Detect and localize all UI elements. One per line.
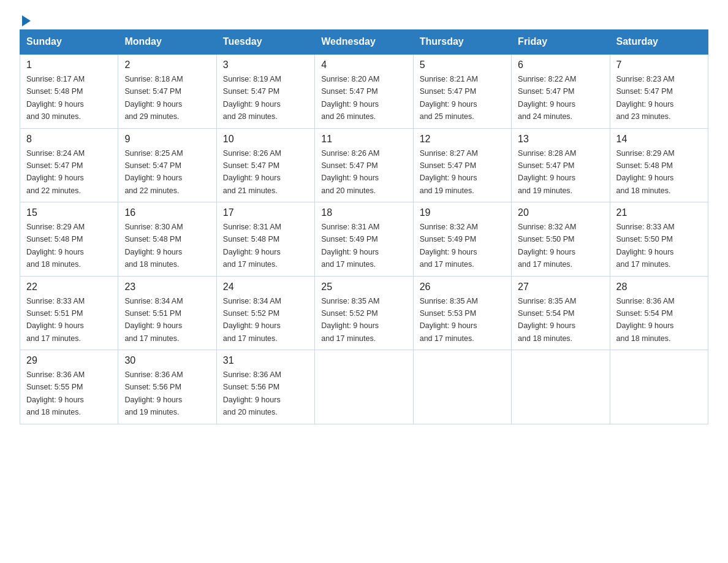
calendar-cell: 23 Sunrise: 8:34 AMSunset: 5:51 PMDaylig… — [118, 276, 216, 350]
day-info: Sunrise: 8:32 AMSunset: 5:50 PMDaylight:… — [518, 223, 576, 269]
day-number: 24 — [223, 282, 308, 293]
day-info: Sunrise: 8:29 AMSunset: 5:48 PMDaylight:… — [616, 149, 675, 195]
day-info: Sunrise: 8:36 AMSunset: 5:55 PMDaylight:… — [26, 370, 85, 416]
calendar-cell: 10 Sunrise: 8:26 AMSunset: 5:47 PMDaylig… — [216, 128, 314, 202]
day-number: 12 — [420, 134, 505, 145]
calendar-cell: 22 Sunrise: 8:33 AMSunset: 5:51 PMDaylig… — [20, 276, 118, 350]
calendar-cell: 12 Sunrise: 8:27 AMSunset: 5:47 PMDaylig… — [413, 128, 511, 202]
day-info: Sunrise: 8:25 AMSunset: 5:47 PMDaylight:… — [124, 149, 183, 195]
day-number: 14 — [616, 134, 702, 145]
day-number: 28 — [616, 282, 702, 293]
day-info: Sunrise: 8:18 AMSunset: 5:47 PMDaylight:… — [124, 75, 183, 121]
day-number: 18 — [321, 207, 406, 218]
calendar-cell: 14 Sunrise: 8:29 AMSunset: 5:48 PMDaylig… — [610, 128, 708, 202]
calendar-cell: 18 Sunrise: 8:31 AMSunset: 5:49 PMDaylig… — [315, 202, 413, 277]
calendar-cell: 2 Sunrise: 8:18 AMSunset: 5:47 PMDayligh… — [118, 54, 216, 128]
calendar-cell: 9 Sunrise: 8:25 AMSunset: 5:47 PMDayligh… — [118, 128, 216, 202]
day-number: 13 — [518, 134, 603, 145]
calendar-cell: 26 Sunrise: 8:35 AMSunset: 5:53 PMDaylig… — [413, 276, 511, 350]
logo-triangle-icon — [22, 15, 31, 26]
day-info: Sunrise: 8:19 AMSunset: 5:47 PMDaylight:… — [223, 75, 281, 121]
day-number: 6 — [518, 59, 603, 71]
calendar-cell — [413, 350, 511, 424]
calendar-cell: 24 Sunrise: 8:34 AMSunset: 5:52 PMDaylig… — [216, 276, 314, 350]
calendar-week-row: 15 Sunrise: 8:29 AMSunset: 5:48 PMDaylig… — [20, 202, 708, 277]
day-number: 4 — [321, 59, 406, 71]
day-info: Sunrise: 8:35 AMSunset: 5:54 PMDaylight:… — [518, 297, 576, 343]
calendar-week-row: 1 Sunrise: 8:17 AMSunset: 5:48 PMDayligh… — [20, 54, 708, 128]
weekday-header-monday: Monday — [118, 30, 216, 55]
day-info: Sunrise: 8:21 AMSunset: 5:47 PMDaylight:… — [420, 75, 478, 121]
calendar-cell: 7 Sunrise: 8:23 AMSunset: 5:47 PMDayligh… — [610, 54, 708, 128]
day-number: 22 — [26, 282, 112, 293]
calendar-cell: 17 Sunrise: 8:31 AMSunset: 5:48 PMDaylig… — [216, 202, 314, 277]
weekday-header-friday: Friday — [512, 30, 610, 55]
day-info: Sunrise: 8:32 AMSunset: 5:49 PMDaylight:… — [420, 223, 478, 269]
weekday-header-thursday: Thursday — [413, 30, 511, 55]
day-info: Sunrise: 8:35 AMSunset: 5:52 PMDaylight:… — [321, 297, 379, 343]
day-info: Sunrise: 8:36 AMSunset: 5:56 PMDaylight:… — [124, 370, 183, 416]
calendar-table: SundayMondayTuesdayWednesdayThursdayFrid… — [20, 29, 708, 424]
calendar-cell: 15 Sunrise: 8:29 AMSunset: 5:48 PMDaylig… — [20, 202, 118, 277]
day-info: Sunrise: 8:36 AMSunset: 5:54 PMDaylight:… — [616, 297, 675, 343]
day-number: 26 — [420, 282, 505, 293]
day-number: 21 — [616, 207, 702, 218]
calendar-cell — [610, 350, 708, 424]
calendar-week-row: 22 Sunrise: 8:33 AMSunset: 5:51 PMDaylig… — [20, 276, 708, 350]
calendar-cell: 8 Sunrise: 8:24 AMSunset: 5:47 PMDayligh… — [20, 128, 118, 202]
day-number: 15 — [26, 207, 112, 218]
day-number: 29 — [26, 355, 112, 366]
day-number: 30 — [124, 355, 210, 366]
day-info: Sunrise: 8:17 AMSunset: 5:48 PMDaylight:… — [26, 75, 85, 121]
weekday-header-tuesday: Tuesday — [216, 30, 314, 55]
day-info: Sunrise: 8:31 AMSunset: 5:48 PMDaylight:… — [223, 223, 281, 269]
calendar-cell: 11 Sunrise: 8:26 AMSunset: 5:47 PMDaylig… — [315, 128, 413, 202]
calendar-cell: 28 Sunrise: 8:36 AMSunset: 5:54 PMDaylig… — [610, 276, 708, 350]
page-header — [20, 15, 708, 23]
day-number: 9 — [124, 134, 210, 145]
day-number: 10 — [223, 134, 308, 145]
day-info: Sunrise: 8:31 AMSunset: 5:49 PMDaylight:… — [321, 223, 379, 269]
weekday-header-row: SundayMondayTuesdayWednesdayThursdayFrid… — [20, 30, 708, 55]
day-info: Sunrise: 8:34 AMSunset: 5:52 PMDaylight:… — [223, 297, 281, 343]
calendar-cell: 29 Sunrise: 8:36 AMSunset: 5:55 PMDaylig… — [20, 350, 118, 424]
calendar-cell: 5 Sunrise: 8:21 AMSunset: 5:47 PMDayligh… — [413, 54, 511, 128]
day-number: 19 — [420, 207, 505, 218]
day-number: 20 — [518, 207, 603, 218]
day-info: Sunrise: 8:28 AMSunset: 5:47 PMDaylight:… — [518, 149, 576, 195]
day-number: 8 — [26, 134, 112, 145]
day-info: Sunrise: 8:24 AMSunset: 5:47 PMDaylight:… — [26, 149, 85, 195]
calendar-cell: 20 Sunrise: 8:32 AMSunset: 5:50 PMDaylig… — [512, 202, 610, 277]
day-number: 1 — [26, 59, 112, 71]
calendar-cell: 31 Sunrise: 8:36 AMSunset: 5:56 PMDaylig… — [216, 350, 314, 424]
day-info: Sunrise: 8:23 AMSunset: 5:47 PMDaylight:… — [616, 75, 675, 121]
day-number: 25 — [321, 282, 406, 293]
calendar-week-row: 8 Sunrise: 8:24 AMSunset: 5:47 PMDayligh… — [20, 128, 708, 202]
day-number: 23 — [124, 282, 210, 293]
calendar-cell: 30 Sunrise: 8:36 AMSunset: 5:56 PMDaylig… — [118, 350, 216, 424]
day-info: Sunrise: 8:33 AMSunset: 5:50 PMDaylight:… — [616, 223, 675, 269]
day-info: Sunrise: 8:26 AMSunset: 5:47 PMDaylight:… — [223, 149, 281, 195]
calendar-cell — [512, 350, 610, 424]
weekday-header-saturday: Saturday — [610, 30, 708, 55]
day-info: Sunrise: 8:36 AMSunset: 5:56 PMDaylight:… — [223, 370, 281, 416]
calendar-cell: 16 Sunrise: 8:30 AMSunset: 5:48 PMDaylig… — [118, 202, 216, 277]
day-info: Sunrise: 8:22 AMSunset: 5:47 PMDaylight:… — [518, 75, 576, 121]
day-info: Sunrise: 8:26 AMSunset: 5:47 PMDaylight:… — [321, 149, 379, 195]
day-info: Sunrise: 8:27 AMSunset: 5:47 PMDaylight:… — [420, 149, 478, 195]
calendar-cell — [315, 350, 413, 424]
calendar-cell: 1 Sunrise: 8:17 AMSunset: 5:48 PMDayligh… — [20, 54, 118, 128]
day-info: Sunrise: 8:30 AMSunset: 5:48 PMDaylight:… — [124, 223, 183, 269]
day-info: Sunrise: 8:35 AMSunset: 5:53 PMDaylight:… — [420, 297, 478, 343]
day-number: 3 — [223, 59, 308, 71]
day-number: 17 — [223, 207, 308, 218]
calendar-week-row: 29 Sunrise: 8:36 AMSunset: 5:55 PMDaylig… — [20, 350, 708, 424]
day-info: Sunrise: 8:34 AMSunset: 5:51 PMDaylight:… — [124, 297, 183, 343]
day-number: 27 — [518, 282, 603, 293]
calendar-cell: 25 Sunrise: 8:35 AMSunset: 5:52 PMDaylig… — [315, 276, 413, 350]
calendar-cell: 6 Sunrise: 8:22 AMSunset: 5:47 PMDayligh… — [512, 54, 610, 128]
day-info: Sunrise: 8:20 AMSunset: 5:47 PMDaylight:… — [321, 75, 379, 121]
calendar-cell: 13 Sunrise: 8:28 AMSunset: 5:47 PMDaylig… — [512, 128, 610, 202]
weekday-header-sunday: Sunday — [20, 30, 118, 55]
day-number: 11 — [321, 134, 406, 145]
